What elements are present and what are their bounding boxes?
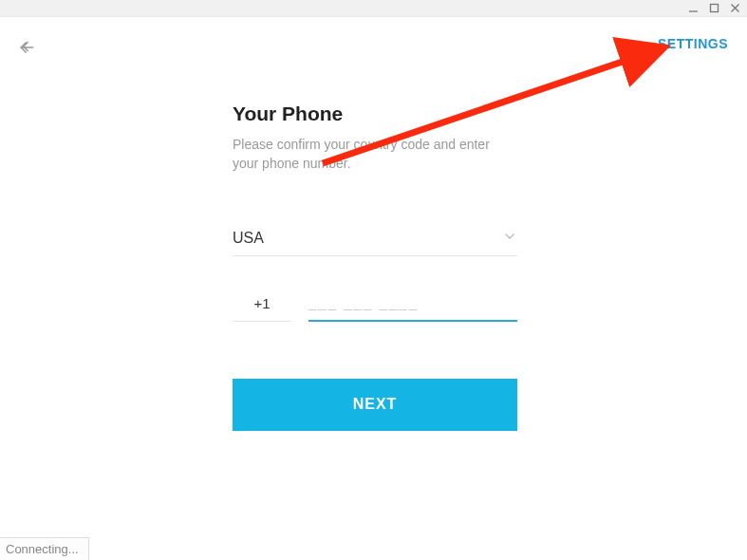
app-header: SETTINGS (0, 17, 747, 65)
next-button[interactable]: NEXT (233, 379, 517, 431)
country-select[interactable]: USA (233, 229, 517, 256)
minimize-icon (688, 3, 699, 13)
window-maximize-button[interactable] (707, 2, 720, 15)
window-titlebar (0, 0, 747, 17)
phone-row: +1 (233, 294, 517, 322)
country-name: USA (233, 230, 264, 247)
settings-link[interactable]: SETTINGS (658, 36, 728, 51)
close-icon (730, 3, 740, 13)
phone-form: Your Phone Please confirm your country c… (233, 103, 517, 431)
phone-number-input[interactable] (308, 294, 517, 322)
back-button[interactable] (17, 38, 34, 59)
window-close-button[interactable] (728, 2, 741, 15)
svg-rect-1 (710, 5, 718, 12)
status-toast: Connecting... (0, 537, 89, 560)
dial-code-field[interactable]: +1 (233, 295, 291, 322)
chevron-down-icon (502, 229, 517, 248)
page-subtitle: Please confirm your country code and ent… (233, 135, 517, 174)
arrow-left-icon (17, 38, 36, 57)
page-title: Your Phone (233, 103, 517, 125)
maximize-icon (709, 3, 719, 13)
window-minimize-button[interactable] (686, 2, 700, 15)
